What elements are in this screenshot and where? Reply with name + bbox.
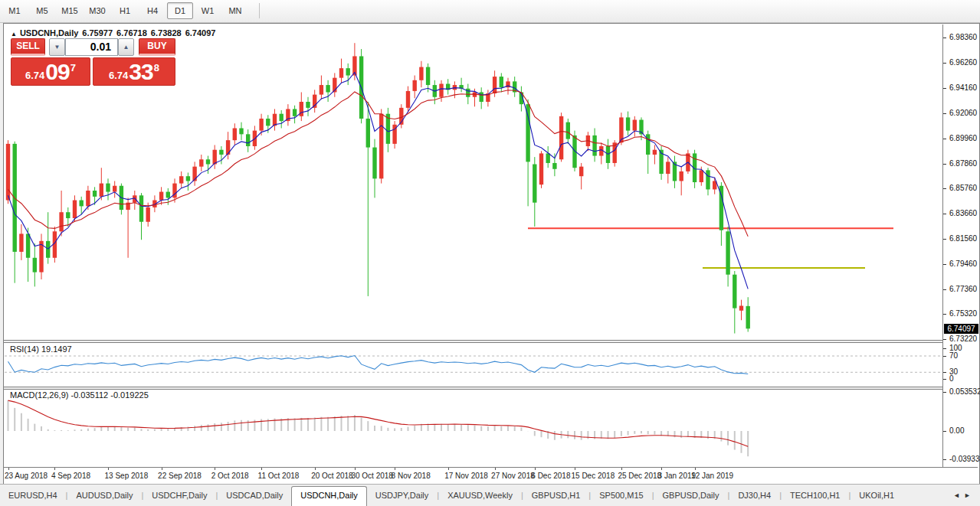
one-click-trade-panel: SELL ▼ 0.01 ▲ BUY 6.74 09 7 6.74 33 8 [11,38,181,87]
date-label: 23 Aug 2018 [5,472,48,480]
date-label: 22 Sep 2018 [158,472,202,480]
tab-usdjpy-daily[interactable]: USDJPY,Daily [367,488,438,503]
macd-axis-label: 0.00 [949,426,964,436]
price-axis-label: 6.92060 [949,109,977,118]
price-axis-label: 6.94160 [949,83,977,93]
date-label: 30 Oct 2018 [351,472,392,480]
tab-dj30-h4[interactable]: DJ30,H4 [729,488,779,503]
axis-tick [943,339,946,340]
date-label: 3 Jan 2019 [658,472,696,480]
current-price-tag: 6.74097 [944,324,978,334]
macd-indicator-canvas[interactable] [5,389,942,467]
axis-tick [943,392,946,393]
date-axis[interactable]: 23 Aug 20184 Sep 201813 Sep 201822 Sep 2… [4,467,978,484]
date-tick [448,468,449,470]
sell-button[interactable]: SELL [11,38,45,56]
date-label: 12 Jan 2019 [691,472,733,480]
price-axis-label: 6.83660 [949,209,977,218]
tab-tech100-h1[interactable]: TECH100,H1 [782,488,848,503]
tab-gbpusd-h1[interactable]: GBPUSD,H1 [523,488,589,503]
chevron-up-icon: ▲ [123,44,129,51]
sell-price-prefix: 6.74 [25,70,44,81]
tab-scroll-left-button[interactable]: ◄ [953,491,960,499]
axis-tick [943,239,946,240]
date-tick [695,468,696,470]
tab-ukoil-h1[interactable]: UKOil,H1 [851,488,903,503]
axis-tick [943,188,946,189]
axis-tick [943,459,946,460]
pane-separator[interactable] [4,387,978,390]
date-tick [215,468,215,470]
tab-sp500-m15[interactable]: SP500,M15 [591,488,651,503]
tab-xauusd-weekly[interactable]: XAUUSD,Weekly [439,488,521,503]
price-axis[interactable]: 6.983606.962606.941606.920606.899606.878… [942,24,979,467]
axis-tick [943,314,946,315]
price-axis-label: 6.81560 [949,234,977,243]
rsi-axis-label: 0 [949,374,954,384]
price-axis-label: 6.77360 [949,285,977,294]
timeframe-button-mn[interactable]: MN [222,2,248,19]
macd-axis-label: 0.053532 [949,387,980,397]
date-label: 15 Dec 2018 [572,472,615,480]
tab-audusd-daily[interactable]: AUDUSD,Daily [67,488,141,503]
timeframe-button-m15[interactable]: M15 [57,2,83,19]
price-axis-label: 6.73220 [949,335,977,344]
timeframe-button-d1[interactable]: D1 [167,2,193,19]
date-label: 6 Dec 2018 [531,472,570,480]
symbol-label: USDCNH,Daily [20,28,78,38]
timeframe-button-w1[interactable]: W1 [195,2,221,19]
tab-usdchf-daily[interactable]: USDCHF,Daily [143,488,215,503]
toolbar-separator [259,3,260,18]
axis-tick [943,113,946,114]
chevron-down-icon: ▼ [54,44,61,51]
buy-price-big: 33 [129,61,152,83]
open-value: 6.75977 [82,28,113,38]
sell-price-display[interactable]: 6.74 09 7 [11,57,90,86]
date-tick [495,468,496,470]
date-tick [54,468,55,470]
tab-scroll-right-button[interactable]: ► [964,491,971,499]
timeframe-button-m5[interactable]: M5 [29,2,55,19]
date-label: 4 Sep 2018 [51,472,90,480]
axis-tick [943,379,946,380]
buy-button[interactable]: BUY [139,38,175,56]
date-tick [575,468,575,470]
date-tick [355,468,356,470]
timeframe-button-m1[interactable]: M1 [2,2,28,19]
date-tick [621,468,622,470]
date-label: 8 Nov 2018 [392,472,431,480]
chart-window: ▲USDCNH,Daily6.759776.767186.738286.7409… [3,23,980,485]
price-axis-label: 6.87860 [949,159,977,168]
axis-tick [943,289,946,290]
timeframe-button-m30[interactable]: M30 [84,2,110,19]
date-label: 17 Nov 2018 [444,472,488,480]
rsi-indicator-canvas[interactable] [5,342,942,387]
price-axis-label: 6.89960 [949,134,977,143]
low-value: 6.73828 [151,28,182,38]
axis-tick [943,356,946,357]
macd-label: MACD(12,26,9) -0.035112 -0.019225 [10,390,149,400]
volume-field[interactable]: 0.01 [65,38,118,56]
axis-tick [943,214,946,214]
rsi-label: RSI(14) 19.1497 [10,344,72,354]
buy-price-sup: 8 [154,62,159,73]
tab-eurusd-h4[interactable]: EURUSD,H4 [0,488,66,503]
pane-separator[interactable] [4,340,978,343]
date-tick [535,468,536,470]
tab-usdcad-daily[interactable]: USDCAD,Daily [218,488,291,503]
date-label: 20 Oct 2018 [311,472,352,480]
axis-tick [943,139,946,139]
tab-gbpusd-daily[interactable]: GBPUSD,Daily [654,488,728,503]
sell-price-sup: 7 [70,62,76,73]
macd-axis-label: -0.039333 [949,455,980,464]
volume-increase-button[interactable]: ▲ [118,38,134,56]
date-label: 25 Dec 2018 [618,472,661,480]
buy-price-display[interactable]: 6.74 33 8 [93,57,175,86]
timeframe-button-h4[interactable]: H4 [139,2,166,19]
date-tick [162,468,162,470]
tab-usdcnh-daily[interactable]: USDCNH,Daily [291,486,367,506]
timeframe-button-h1[interactable]: H1 [112,2,138,19]
collapse-triangle-icon[interactable]: ▲ [11,31,17,38]
axis-tick [943,38,946,38]
volume-decrease-button[interactable]: ▼ [49,38,65,56]
